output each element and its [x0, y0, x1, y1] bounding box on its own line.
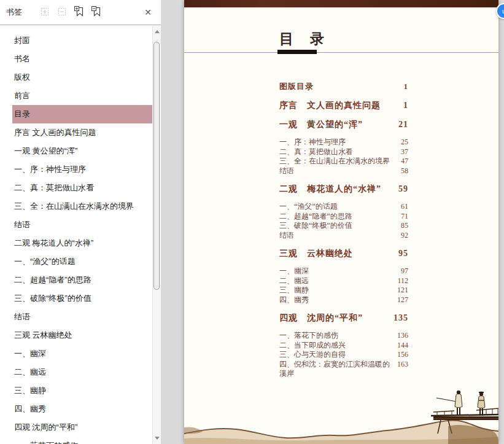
toc-sub-title: 二、超越“隐者”的思路 — [279, 212, 352, 222]
toc-sub-row[interactable]: 结语 92 — [279, 231, 408, 241]
toc-sub-row[interactable]: 一、“渔父”的话题 61 — [279, 202, 408, 212]
toc-sub-row[interactable]: 四、幽秀 127 — [279, 295, 408, 305]
toc-sub-page-number: 85 — [396, 221, 408, 231]
toc-sub-page-number: 121 — [392, 286, 408, 295]
toc-section-title: 三观 云林幽绝处 — [279, 248, 353, 259]
expand-all-icon — [39, 6, 50, 19]
toc-sub-group: 一、序：神性与理序 25 二、真：莫把做山水看 37 三、全：在山满山在水满水的… — [279, 138, 408, 176]
toc-section-title: 序言 文人画的真性问题 — [279, 100, 381, 111]
remove-bookmark-button[interactable] — [90, 6, 103, 19]
toc-section-title: 图版目录 — [279, 81, 314, 92]
toc-sub-row[interactable]: 结语 58 — [279, 166, 408, 176]
collapse-all-button[interactable] — [55, 6, 69, 19]
toc-sub-title: 一、序：神性与理序 — [279, 138, 346, 147]
bookmarks-toolbar: 书签 — [0, 0, 161, 25]
add-bookmark-icon — [74, 6, 85, 19]
bookmark-item[interactable]: 二、超越“隐者”的思路 — [12, 271, 152, 289]
toc-section-page-number: 135 — [389, 313, 408, 324]
bookmark-list: 封面书名版权前言目录序言 文人画的真性问题一观 黄公望的“浑”一、序：神性与理序… — [0, 26, 152, 444]
toc-sub-row[interactable]: 一、落花下的感伤 136 — [279, 331, 408, 341]
title-rule-thin — [184, 52, 498, 53]
bookmark-item[interactable]: 前言 — [12, 87, 152, 105]
bookmark-item[interactable]: 序言 文人画的真性问题 — [12, 123, 152, 142]
close-panel-button[interactable]: ✕ — [141, 6, 155, 19]
toc-section-row[interactable]: 三观 云林幽绝处 95 — [279, 248, 408, 259]
toc-sub-title: 二、当下即成的感兴 — [279, 341, 346, 351]
bookmark-item[interactable]: 一观 黄公望的“浑” — [12, 142, 152, 160]
toc-sub-row[interactable]: 三、心与天游的自得 156 — [279, 350, 408, 360]
toc-sub-row[interactable]: 三、破除“终极”的价值 85 — [279, 221, 408, 231]
bookmark-item[interactable]: 二、幽远 — [12, 363, 152, 381]
toc-section-row[interactable]: 一观 黄公望的“浑” 21 — [279, 119, 408, 130]
bookmark-item[interactable]: 四观 沈周的“平和” — [12, 418, 152, 437]
toc-sub-page-number: 92 — [396, 231, 408, 241]
toc-sub-row[interactable]: 二、幽远 112 — [279, 276, 408, 286]
toc-section-title: 一观 黄公望的“浑” — [279, 119, 363, 130]
toc-sub-page-number: 47 — [396, 157, 408, 166]
bookmark-item[interactable]: 三、幽静 — [12, 381, 152, 400]
toc-sub-page-number: 144 — [392, 341, 408, 351]
bookmark-item[interactable]: 二观 梅花道人的“水禅” — [12, 234, 152, 252]
document-area: 目 录 图版目录 1 序言 文人画的真性问题 1 一观 黄公望的“浑” 21 一… — [161, 0, 504, 444]
toc-sub-title: 一、落花下的感伤 — [279, 331, 338, 341]
sidebar-scrollbar-thumb[interactable] — [153, 42, 160, 290]
toc-section-page-number: 1 — [398, 100, 408, 111]
toc-sub-title: 四、幽秀 — [279, 295, 309, 305]
toc-sub-group: 一、“渔父”的话题 61 二、超越“隐者”的思路 71 三、破除“终极”的价值 … — [279, 202, 408, 240]
previous-page-edge — [184, 0, 498, 9]
bookmarks-toolbar-icons — [38, 6, 103, 19]
toc-sub-title: 二、幽远 — [279, 276, 309, 286]
toc-sub-title: 三、破除“终极”的价值 — [279, 221, 352, 231]
toc-sub-row[interactable]: 三、全：在山满山在水满水的境界 47 — [279, 157, 408, 166]
bookmark-item[interactable]: 三观 云林幽绝处 — [12, 326, 152, 345]
expand-all-button[interactable] — [38, 6, 52, 19]
toc-sub-title: 三、全：在山满山在水满水的境界 — [279, 157, 390, 166]
toc-section-row[interactable]: 二观 梅花道人的“水禅” 59 — [279, 184, 408, 195]
toc-section-page-number: 95 — [394, 248, 408, 259]
title-rule-thick — [277, 50, 317, 54]
bookmark-item[interactable]: 三、全：在山满山在水满水的境界 — [12, 197, 152, 216]
scroll-up-icon[interactable] — [155, 30, 160, 33]
bookmark-item[interactable]: 书名 — [12, 50, 152, 68]
bookmark-item[interactable]: 三、破除“终极”的价值 — [12, 289, 152, 308]
toc-sub-row[interactable]: 三、幽静 121 — [279, 286, 408, 295]
toc-sub-row[interactable]: 二、当下即成的感兴 144 — [279, 341, 408, 351]
bookmark-item[interactable]: 一、落花下的感伤 — [12, 437, 152, 444]
toc-section-row[interactable]: 四观 沈周的“平和” 135 — [279, 313, 408, 324]
toc-sub-row[interactable]: 一、幽深 97 — [279, 267, 408, 276]
toc-sub-row[interactable]: 二、真：莫把做山水看 37 — [279, 147, 408, 157]
bookmark-item[interactable]: 结语 — [12, 216, 152, 234]
bookmark-item[interactable]: 一、幽深 — [12, 345, 152, 363]
toc-sub-page-number: 37 — [396, 147, 408, 157]
toc-sub-page-number: 136 — [392, 331, 408, 341]
toc-sub-group: 一、落花下的感伤 136 二、当下即成的感兴 144 三、心与天游的自得 156… — [279, 331, 408, 379]
bookmark-item[interactable]: 二、真：莫把做山水看 — [12, 179, 152, 197]
toc-sub-title: 结语 — [279, 166, 294, 176]
toc-sub-page-number: 58 — [396, 166, 408, 176]
footer-ink-painting — [184, 375, 498, 444]
toc-sub-page-number: 127 — [392, 295, 408, 305]
bookmark-item[interactable]: 四、幽秀 — [12, 400, 152, 418]
toc-sub-title: 结语 — [279, 231, 294, 241]
toc-section-row[interactable]: 图版目录 1 — [279, 81, 408, 92]
scroll-down-icon[interactable] — [155, 437, 160, 440]
toc-sub-row[interactable]: 一、序：神性与理序 25 — [279, 138, 408, 147]
toc-sub-title: 二、真：莫把做山水看 — [279, 147, 353, 157]
toc-sub-group: 一、幽深 97 二、幽远 112 三、幽静 121 四、幽秀 127 — [279, 267, 408, 305]
toc-section-title: 四观 沈周的“平和” — [279, 313, 363, 324]
add-bookmark-button[interactable] — [72, 6, 86, 19]
bookmark-item[interactable]: 一、“渔父”的话题 — [12, 252, 152, 271]
toc-section-row[interactable]: 序言 文人画的真性问题 1 — [279, 100, 408, 111]
page-title: 目 录 — [279, 29, 325, 49]
bookmark-item[interactable]: 一、序：神性与理序 — [12, 160, 152, 179]
sidebar-scrollbar[interactable] — [152, 26, 161, 444]
toc-sub-row[interactable]: 二、超越“隐者”的思路 71 — [279, 212, 408, 222]
remove-bookmark-icon — [91, 6, 103, 19]
toc-sub-title: 一、幽深 — [279, 267, 309, 276]
bookmark-item[interactable]: 目录 — [12, 105, 152, 123]
toc-list: 图版目录 1 序言 文人画的真性问题 1 一观 黄公望的“浑” 21 一、序：神… — [279, 81, 408, 379]
bookmark-item[interactable]: 版权 — [12, 68, 152, 87]
pdf-page-toc: 目 录 图版目录 1 序言 文人画的真性问题 1 一观 黄公望的“浑” 21 一… — [184, 0, 498, 444]
bookmark-item[interactable]: 结语 — [12, 308, 152, 326]
bookmark-item[interactable]: 封面 — [12, 31, 152, 50]
